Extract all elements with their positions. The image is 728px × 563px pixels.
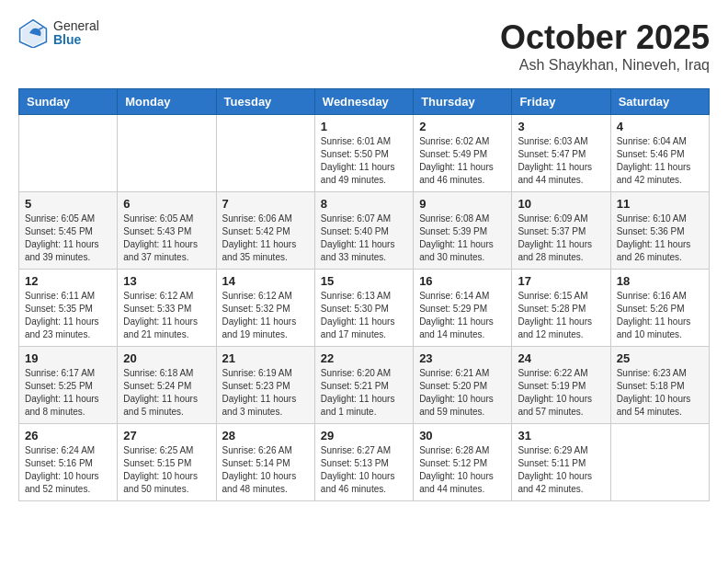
day-info: Sunrise: 6:15 AM Sunset: 5:28 PM Dayligh…	[518, 290, 604, 341]
day-info: Sunrise: 6:25 AM Sunset: 5:15 PM Dayligh…	[123, 444, 210, 496]
day-number: 18	[617, 274, 703, 288]
day-info: Sunrise: 6:05 AM Sunset: 5:43 PM Dayligh…	[123, 213, 210, 264]
day-number: 28	[222, 429, 309, 442]
day-number: 21	[222, 351, 309, 365]
day-number: 16	[419, 274, 506, 288]
calendar-cell: 18Sunrise: 6:16 AM Sunset: 5:26 PM Dayli…	[610, 270, 709, 347]
day-info: Sunrise: 6:22 AM Sunset: 5:19 PM Dayligh…	[518, 367, 604, 419]
calendar-cell: 4Sunrise: 6:04 AM Sunset: 5:46 PM Daylig…	[610, 115, 709, 192]
calendar-cell: 13Sunrise: 6:12 AM Sunset: 5:33 PM Dayli…	[118, 270, 216, 347]
calendar-cell: 16Sunrise: 6:14 AM Sunset: 5:29 PM Dayli…	[414, 270, 512, 347]
day-info: Sunrise: 6:13 AM Sunset: 5:30 PM Dayligh…	[321, 290, 407, 341]
calendar-cell	[118, 115, 216, 192]
day-number: 30	[419, 429, 506, 442]
calendar-cell: 19Sunrise: 6:17 AM Sunset: 5:25 PM Dayli…	[19, 347, 118, 424]
day-number: 31	[518, 429, 604, 442]
day-number: 3	[518, 120, 604, 133]
day-number: 9	[419, 197, 506, 211]
calendar-cell: 30Sunrise: 6:28 AM Sunset: 5:12 PM Dayli…	[414, 424, 512, 501]
title-section: October 2025 Ash Shaykhan, Nineveh, Iraq	[500, 18, 710, 74]
day-info: Sunrise: 6:01 AM Sunset: 5:50 PM Dayligh…	[321, 135, 407, 187]
header-cell-thursday: Thursday	[414, 89, 512, 115]
calendar-cell: 27Sunrise: 6:25 AM Sunset: 5:15 PM Dayli…	[118, 424, 216, 501]
day-number: 19	[25, 351, 111, 365]
calendar-cell: 31Sunrise: 6:29 AM Sunset: 5:11 PM Dayli…	[512, 424, 610, 501]
logo-text: General Blue	[53, 19, 99, 48]
day-number: 1	[321, 120, 407, 133]
day-number: 15	[321, 274, 407, 288]
day-number: 13	[123, 274, 210, 288]
day-number: 6	[123, 197, 210, 211]
day-info: Sunrise: 6:04 AM Sunset: 5:46 PM Dayligh…	[617, 135, 703, 187]
header-cell-monday: Monday	[118, 89, 216, 115]
calendar-cell: 10Sunrise: 6:09 AM Sunset: 5:37 PM Dayli…	[512, 192, 610, 270]
day-number: 4	[617, 120, 703, 133]
day-number: 17	[518, 274, 604, 288]
day-number: 25	[617, 351, 703, 365]
day-info: Sunrise: 6:17 AM Sunset: 5:25 PM Dayligh…	[25, 367, 111, 419]
day-number: 29	[321, 429, 407, 442]
day-info: Sunrise: 6:11 AM Sunset: 5:35 PM Dayligh…	[25, 290, 111, 341]
day-number: 8	[321, 197, 407, 211]
day-number: 24	[518, 351, 604, 365]
logo-general-label: General	[53, 19, 99, 33]
calendar-cell: 21Sunrise: 6:19 AM Sunset: 5:23 PM Dayli…	[216, 347, 314, 424]
calendar-cell	[216, 115, 314, 192]
day-info: Sunrise: 6:06 AM Sunset: 5:42 PM Dayligh…	[222, 213, 309, 264]
calendar-cell: 28Sunrise: 6:26 AM Sunset: 5:14 PM Dayli…	[216, 424, 314, 501]
day-number: 5	[25, 197, 111, 211]
week-row-2: 12Sunrise: 6:11 AM Sunset: 5:35 PM Dayli…	[19, 270, 710, 347]
calendar-cell: 2Sunrise: 6:02 AM Sunset: 5:49 PM Daylig…	[414, 115, 512, 192]
day-number: 27	[123, 429, 210, 442]
calendar-cell: 12Sunrise: 6:11 AM Sunset: 5:35 PM Dayli…	[19, 270, 118, 347]
calendar-cell: 24Sunrise: 6:22 AM Sunset: 5:19 PM Dayli…	[512, 347, 610, 424]
calendar-cell: 9Sunrise: 6:08 AM Sunset: 5:39 PM Daylig…	[414, 192, 512, 270]
day-info: Sunrise: 6:27 AM Sunset: 5:13 PM Dayligh…	[321, 444, 407, 496]
calendar-cell: 15Sunrise: 6:13 AM Sunset: 5:30 PM Dayli…	[314, 270, 413, 347]
calendar-cell: 3Sunrise: 6:03 AM Sunset: 5:47 PM Daylig…	[512, 115, 610, 192]
day-number: 12	[25, 274, 111, 288]
logo-icon	[18, 18, 48, 48]
week-row-1: 5Sunrise: 6:05 AM Sunset: 5:45 PM Daylig…	[19, 192, 710, 270]
day-info: Sunrise: 6:26 AM Sunset: 5:14 PM Dayligh…	[222, 444, 309, 496]
day-info: Sunrise: 6:29 AM Sunset: 5:11 PM Dayligh…	[518, 444, 604, 496]
calendar-cell: 8Sunrise: 6:07 AM Sunset: 5:40 PM Daylig…	[314, 192, 413, 270]
calendar-cell: 6Sunrise: 6:05 AM Sunset: 5:43 PM Daylig…	[118, 192, 216, 270]
calendar-title: October 2025	[500, 18, 710, 57]
calendar-body: 1Sunrise: 6:01 AM Sunset: 5:50 PM Daylig…	[19, 115, 710, 501]
logo-blue-label: Blue	[53, 33, 99, 47]
day-info: Sunrise: 6:08 AM Sunset: 5:39 PM Dayligh…	[419, 213, 506, 264]
day-info: Sunrise: 6:12 AM Sunset: 5:32 PM Dayligh…	[222, 290, 309, 341]
calendar-cell: 17Sunrise: 6:15 AM Sunset: 5:28 PM Dayli…	[512, 270, 610, 347]
day-info: Sunrise: 6:23 AM Sunset: 5:18 PM Dayligh…	[617, 367, 703, 419]
calendar-cell: 25Sunrise: 6:23 AM Sunset: 5:18 PM Dayli…	[610, 347, 709, 424]
calendar-cell: 11Sunrise: 6:10 AM Sunset: 5:36 PM Dayli…	[610, 192, 709, 270]
calendar-cell: 5Sunrise: 6:05 AM Sunset: 5:45 PM Daylig…	[19, 192, 118, 270]
calendar-cell: 26Sunrise: 6:24 AM Sunset: 5:16 PM Dayli…	[19, 424, 118, 501]
header-cell-tuesday: Tuesday	[216, 89, 314, 115]
day-number: 23	[419, 351, 506, 365]
calendar-cell: 23Sunrise: 6:21 AM Sunset: 5:20 PM Dayli…	[414, 347, 512, 424]
day-info: Sunrise: 6:02 AM Sunset: 5:49 PM Dayligh…	[419, 135, 506, 187]
day-info: Sunrise: 6:19 AM Sunset: 5:23 PM Dayligh…	[222, 367, 309, 419]
day-number: 2	[419, 120, 506, 133]
calendar-cell: 29Sunrise: 6:27 AM Sunset: 5:13 PM Dayli…	[314, 424, 413, 501]
day-info: Sunrise: 6:14 AM Sunset: 5:29 PM Dayligh…	[419, 290, 506, 341]
day-info: Sunrise: 6:24 AM Sunset: 5:16 PM Dayligh…	[25, 444, 111, 496]
day-number: 14	[222, 274, 309, 288]
day-info: Sunrise: 6:16 AM Sunset: 5:26 PM Dayligh…	[617, 290, 703, 341]
calendar-cell: 22Sunrise: 6:20 AM Sunset: 5:21 PM Dayli…	[314, 347, 413, 424]
day-number: 7	[222, 197, 309, 211]
day-number: 10	[518, 197, 604, 211]
week-row-0: 1Sunrise: 6:01 AM Sunset: 5:50 PM Daylig…	[19, 115, 710, 192]
day-info: Sunrise: 6:09 AM Sunset: 5:37 PM Dayligh…	[518, 213, 604, 264]
calendar-header: SundayMondayTuesdayWednesdayThursdayFrid…	[19, 89, 710, 115]
calendar-table: SundayMondayTuesdayWednesdayThursdayFrid…	[18, 88, 710, 501]
header-cell-friday: Friday	[512, 89, 610, 115]
week-row-3: 19Sunrise: 6:17 AM Sunset: 5:25 PM Dayli…	[19, 347, 710, 424]
calendar-cell	[19, 115, 118, 192]
day-info: Sunrise: 6:18 AM Sunset: 5:24 PM Dayligh…	[123, 367, 210, 419]
header-cell-saturday: Saturday	[610, 89, 709, 115]
day-number: 11	[617, 197, 703, 211]
logo: General Blue	[18, 18, 99, 48]
